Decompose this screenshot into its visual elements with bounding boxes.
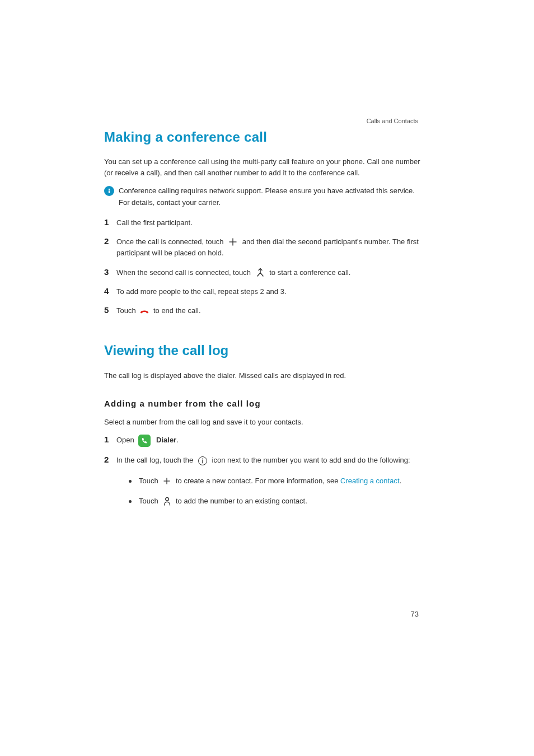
- end-call-icon: [139, 306, 149, 316]
- info-circle-icon: [197, 455, 208, 466]
- calllog-steps-list: 1 Open Dialer. 2 In the call log, touch …: [104, 435, 425, 516]
- page-number: 73: [411, 609, 419, 620]
- calllog-step-2: 2 In the call log, touch the icon next t…: [104, 455, 425, 516]
- bullet-existing-contact: Touch to add the number to an existing c…: [129, 496, 425, 507]
- step-number: 4: [104, 286, 111, 296]
- step-number: 1: [104, 217, 111, 227]
- info-note-text: Conference calling requires network supp…: [119, 185, 425, 208]
- calllog-step-1: 1 Open Dialer.: [104, 435, 425, 447]
- link-creating-contact[interactable]: Creating a contact: [340, 477, 400, 485]
- step-number: 2: [104, 236, 111, 246]
- step-1: 1 Call the first participant.: [104, 217, 425, 228]
- step-number: 3: [104, 267, 111, 277]
- svg-point-9: [166, 497, 169, 501]
- step-number: 5: [104, 305, 111, 315]
- calllog-bullet-list: Touch to create a new contact. For more …: [129, 475, 425, 507]
- plus-icon: [162, 476, 172, 486]
- step-number: 2: [104, 455, 111, 465]
- step-text: Call the first participant.: [116, 217, 425, 228]
- step-5: 5 Touch to end the call.: [104, 305, 425, 316]
- heading-viewing-call-log: Viewing the call log: [104, 340, 425, 361]
- info-icon: [104, 186, 114, 196]
- step-text: In the call log, touch the icon next to …: [116, 455, 425, 516]
- step-3: 3 When the second call is connected, tou…: [104, 267, 425, 279]
- step-number: 1: [104, 435, 111, 445]
- person-icon: [162, 496, 172, 506]
- svg-point-5: [202, 458, 203, 459]
- dialer-app-icon: [138, 435, 151, 447]
- merge-calls-icon: [255, 267, 266, 278]
- dialer-app-name: Dialer: [156, 436, 176, 445]
- step-text: To add more people to the call, repeat s…: [116, 286, 425, 297]
- header-section-label: Calls and Contacts: [367, 116, 418, 126]
- page-content: Making a conference call You can set up …: [104, 127, 425, 516]
- bullet-create-contact: Touch to create a new contact. For more …: [129, 475, 425, 487]
- plus-icon: [227, 236, 238, 248]
- calllog-intro: The call log is displayed above the dial…: [104, 370, 425, 381]
- step-text: When the second call is connected, touch…: [116, 267, 425, 279]
- info-note-row: Conference calling requires network supp…: [104, 185, 425, 208]
- svg-point-0: [109, 189, 110, 190]
- step-text: Once the call is connected, touch and th…: [116, 236, 425, 259]
- adding-number-intro: Select a number from the call log and sa…: [104, 417, 425, 428]
- svg-rect-1: [109, 190, 110, 193]
- heading-making-conference-call: Making a conference call: [104, 127, 425, 147]
- step-text: Touch to end the call.: [116, 305, 425, 316]
- step-4: 4 To add more people to the call, repeat…: [104, 286, 425, 297]
- step-text: Open Dialer.: [116, 435, 425, 447]
- subheading-adding-number: Adding a number from the call log: [104, 397, 425, 410]
- intro-paragraph: You can set up a conference call using t…: [104, 156, 425, 179]
- conference-steps-list: 1 Call the first participant. 2 Once the…: [104, 217, 425, 317]
- step-2: 2 Once the call is connected, touch and …: [104, 236, 425, 259]
